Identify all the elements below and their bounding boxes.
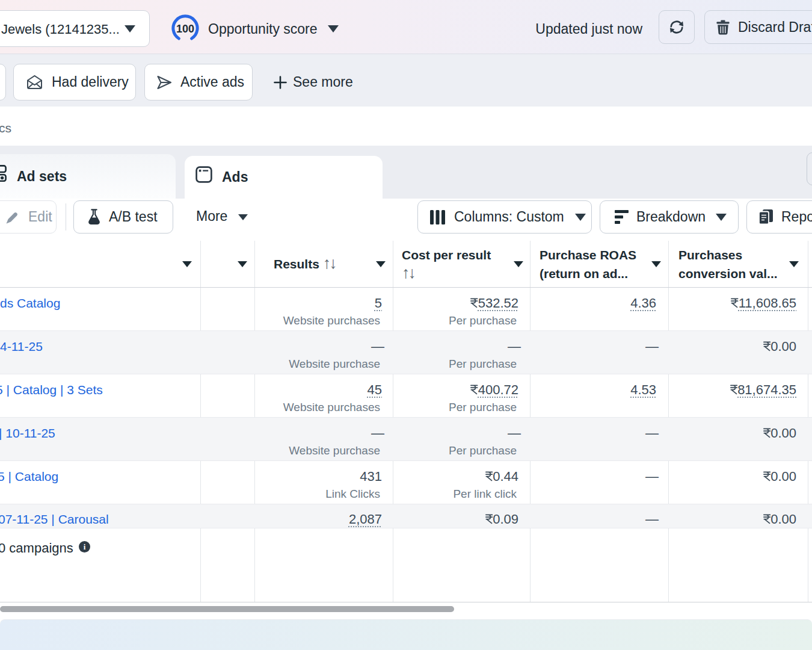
svg-text:100: 100	[176, 23, 194, 35]
